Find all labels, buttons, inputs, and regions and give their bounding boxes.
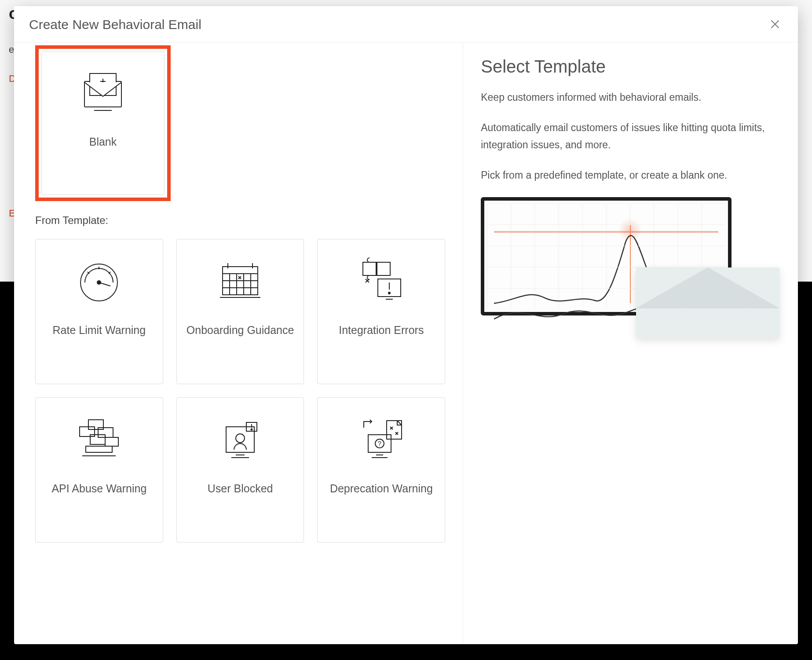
user-blocked-icon [214, 414, 267, 465]
side-panel-text: Automatically email customers of issues … [481, 119, 779, 154]
blank-email-icon [77, 68, 129, 118]
modal-title: Create New Behavioral Email [29, 17, 201, 32]
file-migrate-icon: ? [355, 414, 408, 465]
svg-point-29 [388, 292, 390, 294]
windows-stack-icon [73, 414, 125, 465]
template-card[interactable]: Rate Limit Warning [35, 239, 163, 384]
gauge-icon [73, 256, 125, 306]
template-card[interactable]: API Abuse Warning [35, 397, 163, 543]
puzzle-alert-icon [355, 256, 408, 306]
template-label: Onboarding Guidance [180, 323, 300, 338]
svg-point-39 [236, 434, 245, 443]
side-panel-title: Select Template [481, 57, 779, 77]
template-card[interactable]: Onboarding Guidance [176, 239, 304, 384]
envelope-icon [636, 268, 779, 338]
template-label: User Blocked [201, 481, 279, 496]
side-panel-text: Pick from a predefined template, or crea… [481, 167, 779, 184]
svg-rect-26 [377, 262, 390, 275]
template-label: Deprecation Warning [324, 481, 439, 496]
svg-rect-36 [86, 446, 112, 452]
svg-rect-35 [105, 437, 118, 446]
template-label: Integration Errors [333, 323, 430, 338]
template-label: API Abuse Warning [45, 481, 153, 496]
template-card[interactable]: ?Deprecation Warning [317, 397, 445, 543]
from-template-heading: From Template: [35, 214, 445, 227]
template-label: Blank [83, 135, 123, 150]
template-card[interactable]: User Blocked [176, 397, 304, 543]
template-card[interactable]: Integration Errors [317, 239, 445, 384]
template-label: Rate Limit Warning [47, 323, 152, 338]
side-panel-text: Keep customers informed with behavioral … [481, 89, 779, 106]
template-card-blank[interactable]: Blank [41, 51, 165, 195]
svg-point-42 [251, 429, 252, 430]
blank-template-highlight: Blank [35, 45, 171, 201]
close-icon [770, 19, 780, 31]
svg-text:?: ? [378, 440, 381, 447]
calendar-icon [214, 256, 267, 306]
preview-illustration [481, 197, 779, 338]
svg-rect-38 [226, 427, 254, 452]
close-button[interactable] [767, 17, 783, 33]
svg-rect-25 [363, 262, 376, 275]
svg-point-10 [97, 281, 101, 284]
create-behavioral-email-modal: Create New Behavioral Email [14, 6, 798, 644]
